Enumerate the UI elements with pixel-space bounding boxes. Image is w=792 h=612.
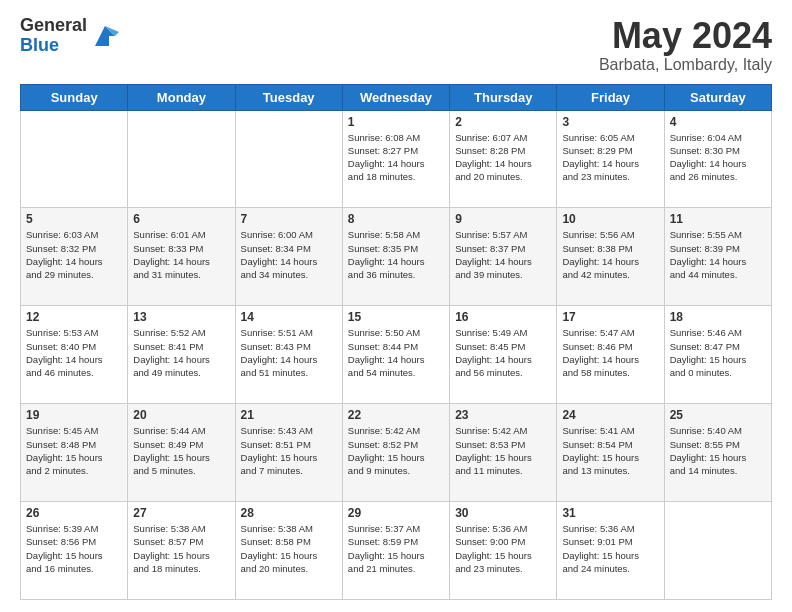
calendar-cell: 17Sunrise: 5:47 AM Sunset: 8:46 PM Dayli… <box>557 306 664 404</box>
day-info: Sunrise: 5:50 AM Sunset: 8:44 PM Dayligh… <box>348 326 444 379</box>
location: Barbata, Lombardy, Italy <box>599 56 772 74</box>
day-number: 23 <box>455 408 551 422</box>
day-info: Sunrise: 5:46 AM Sunset: 8:47 PM Dayligh… <box>670 326 766 379</box>
calendar-cell: 4Sunrise: 6:04 AM Sunset: 8:30 PM Daylig… <box>664 110 771 208</box>
calendar-cell: 13Sunrise: 5:52 AM Sunset: 8:41 PM Dayli… <box>128 306 235 404</box>
day-info: Sunrise: 5:41 AM Sunset: 8:54 PM Dayligh… <box>562 424 658 477</box>
day-number: 9 <box>455 212 551 226</box>
calendar-cell: 10Sunrise: 5:56 AM Sunset: 8:38 PM Dayli… <box>557 208 664 306</box>
day-number: 24 <box>562 408 658 422</box>
calendar-cell: 15Sunrise: 5:50 AM Sunset: 8:44 PM Dayli… <box>342 306 449 404</box>
day-number: 18 <box>670 310 766 324</box>
day-number: 6 <box>133 212 229 226</box>
month-title: May 2024 <box>599 16 772 56</box>
header: General Blue May 2024 Barbata, Lombardy,… <box>20 16 772 74</box>
day-info: Sunrise: 6:01 AM Sunset: 8:33 PM Dayligh… <box>133 228 229 281</box>
col-saturday: Saturday <box>664 84 771 110</box>
col-thursday: Thursday <box>450 84 557 110</box>
page: General Blue May 2024 Barbata, Lombardy,… <box>0 0 792 612</box>
day-number: 11 <box>670 212 766 226</box>
day-info: Sunrise: 5:53 AM Sunset: 8:40 PM Dayligh… <box>26 326 122 379</box>
calendar-cell <box>21 110 128 208</box>
calendar-week-2: 5Sunrise: 6:03 AM Sunset: 8:32 PM Daylig… <box>21 208 772 306</box>
day-number: 21 <box>241 408 337 422</box>
day-info: Sunrise: 5:52 AM Sunset: 8:41 PM Dayligh… <box>133 326 229 379</box>
calendar-cell: 24Sunrise: 5:41 AM Sunset: 8:54 PM Dayli… <box>557 404 664 502</box>
col-monday: Monday <box>128 84 235 110</box>
title-block: May 2024 Barbata, Lombardy, Italy <box>599 16 772 74</box>
calendar-cell: 9Sunrise: 5:57 AM Sunset: 8:37 PM Daylig… <box>450 208 557 306</box>
day-number: 29 <box>348 506 444 520</box>
day-number: 5 <box>26 212 122 226</box>
day-info: Sunrise: 6:07 AM Sunset: 8:28 PM Dayligh… <box>455 131 551 184</box>
day-info: Sunrise: 5:36 AM Sunset: 9:00 PM Dayligh… <box>455 522 551 575</box>
logo-blue: Blue <box>20 36 87 56</box>
calendar-cell: 22Sunrise: 5:42 AM Sunset: 8:52 PM Dayli… <box>342 404 449 502</box>
day-number: 15 <box>348 310 444 324</box>
day-info: Sunrise: 5:39 AM Sunset: 8:56 PM Dayligh… <box>26 522 122 575</box>
day-info: Sunrise: 5:38 AM Sunset: 8:58 PM Dayligh… <box>241 522 337 575</box>
day-number: 27 <box>133 506 229 520</box>
day-info: Sunrise: 5:43 AM Sunset: 8:51 PM Dayligh… <box>241 424 337 477</box>
day-info: Sunrise: 5:45 AM Sunset: 8:48 PM Dayligh… <box>26 424 122 477</box>
calendar-cell: 3Sunrise: 6:05 AM Sunset: 8:29 PM Daylig… <box>557 110 664 208</box>
calendar-header-row: Sunday Monday Tuesday Wednesday Thursday… <box>21 84 772 110</box>
day-number: 3 <box>562 115 658 129</box>
calendar-cell: 11Sunrise: 5:55 AM Sunset: 8:39 PM Dayli… <box>664 208 771 306</box>
day-number: 1 <box>348 115 444 129</box>
day-info: Sunrise: 5:37 AM Sunset: 8:59 PM Dayligh… <box>348 522 444 575</box>
calendar-cell: 26Sunrise: 5:39 AM Sunset: 8:56 PM Dayli… <box>21 502 128 600</box>
day-info: Sunrise: 5:55 AM Sunset: 8:39 PM Dayligh… <box>670 228 766 281</box>
day-info: Sunrise: 6:08 AM Sunset: 8:27 PM Dayligh… <box>348 131 444 184</box>
day-number: 16 <box>455 310 551 324</box>
day-number: 22 <box>348 408 444 422</box>
calendar-cell: 7Sunrise: 6:00 AM Sunset: 8:34 PM Daylig… <box>235 208 342 306</box>
calendar-cell <box>664 502 771 600</box>
calendar-cell: 21Sunrise: 5:43 AM Sunset: 8:51 PM Dayli… <box>235 404 342 502</box>
calendar-table: Sunday Monday Tuesday Wednesday Thursday… <box>20 84 772 600</box>
day-info: Sunrise: 5:51 AM Sunset: 8:43 PM Dayligh… <box>241 326 337 379</box>
col-sunday: Sunday <box>21 84 128 110</box>
day-info: Sunrise: 5:56 AM Sunset: 8:38 PM Dayligh… <box>562 228 658 281</box>
day-info: Sunrise: 6:05 AM Sunset: 8:29 PM Dayligh… <box>562 131 658 184</box>
calendar-cell: 20Sunrise: 5:44 AM Sunset: 8:49 PM Dayli… <box>128 404 235 502</box>
day-number: 26 <box>26 506 122 520</box>
calendar-cell: 25Sunrise: 5:40 AM Sunset: 8:55 PM Dayli… <box>664 404 771 502</box>
calendar-cell: 6Sunrise: 6:01 AM Sunset: 8:33 PM Daylig… <box>128 208 235 306</box>
day-info: Sunrise: 5:44 AM Sunset: 8:49 PM Dayligh… <box>133 424 229 477</box>
calendar-cell: 1Sunrise: 6:08 AM Sunset: 8:27 PM Daylig… <box>342 110 449 208</box>
day-info: Sunrise: 6:00 AM Sunset: 8:34 PM Dayligh… <box>241 228 337 281</box>
logo: General Blue <box>20 16 119 56</box>
calendar-cell: 19Sunrise: 5:45 AM Sunset: 8:48 PM Dayli… <box>21 404 128 502</box>
day-info: Sunrise: 5:57 AM Sunset: 8:37 PM Dayligh… <box>455 228 551 281</box>
day-number: 19 <box>26 408 122 422</box>
day-number: 28 <box>241 506 337 520</box>
day-number: 10 <box>562 212 658 226</box>
calendar-cell: 12Sunrise: 5:53 AM Sunset: 8:40 PM Dayli… <box>21 306 128 404</box>
day-number: 8 <box>348 212 444 226</box>
calendar-cell: 14Sunrise: 5:51 AM Sunset: 8:43 PM Dayli… <box>235 306 342 404</box>
day-number: 14 <box>241 310 337 324</box>
day-info: Sunrise: 5:47 AM Sunset: 8:46 PM Dayligh… <box>562 326 658 379</box>
day-number: 31 <box>562 506 658 520</box>
calendar-week-3: 12Sunrise: 5:53 AM Sunset: 8:40 PM Dayli… <box>21 306 772 404</box>
col-tuesday: Tuesday <box>235 84 342 110</box>
day-number: 25 <box>670 408 766 422</box>
calendar-cell: 5Sunrise: 6:03 AM Sunset: 8:32 PM Daylig… <box>21 208 128 306</box>
calendar-week-4: 19Sunrise: 5:45 AM Sunset: 8:48 PM Dayli… <box>21 404 772 502</box>
calendar-week-1: 1Sunrise: 6:08 AM Sunset: 8:27 PM Daylig… <box>21 110 772 208</box>
day-info: Sunrise: 5:38 AM Sunset: 8:57 PM Dayligh… <box>133 522 229 575</box>
day-number: 2 <box>455 115 551 129</box>
calendar-cell: 30Sunrise: 5:36 AM Sunset: 9:00 PM Dayli… <box>450 502 557 600</box>
col-friday: Friday <box>557 84 664 110</box>
day-number: 17 <box>562 310 658 324</box>
logo-icon <box>91 22 119 50</box>
calendar-cell: 28Sunrise: 5:38 AM Sunset: 8:58 PM Dayli… <box>235 502 342 600</box>
day-info: Sunrise: 5:42 AM Sunset: 8:53 PM Dayligh… <box>455 424 551 477</box>
calendar-cell: 2Sunrise: 6:07 AM Sunset: 8:28 PM Daylig… <box>450 110 557 208</box>
calendar-cell: 29Sunrise: 5:37 AM Sunset: 8:59 PM Dayli… <box>342 502 449 600</box>
day-info: Sunrise: 5:36 AM Sunset: 9:01 PM Dayligh… <box>562 522 658 575</box>
calendar-cell: 31Sunrise: 5:36 AM Sunset: 9:01 PM Dayli… <box>557 502 664 600</box>
day-info: Sunrise: 6:04 AM Sunset: 8:30 PM Dayligh… <box>670 131 766 184</box>
day-number: 12 <box>26 310 122 324</box>
